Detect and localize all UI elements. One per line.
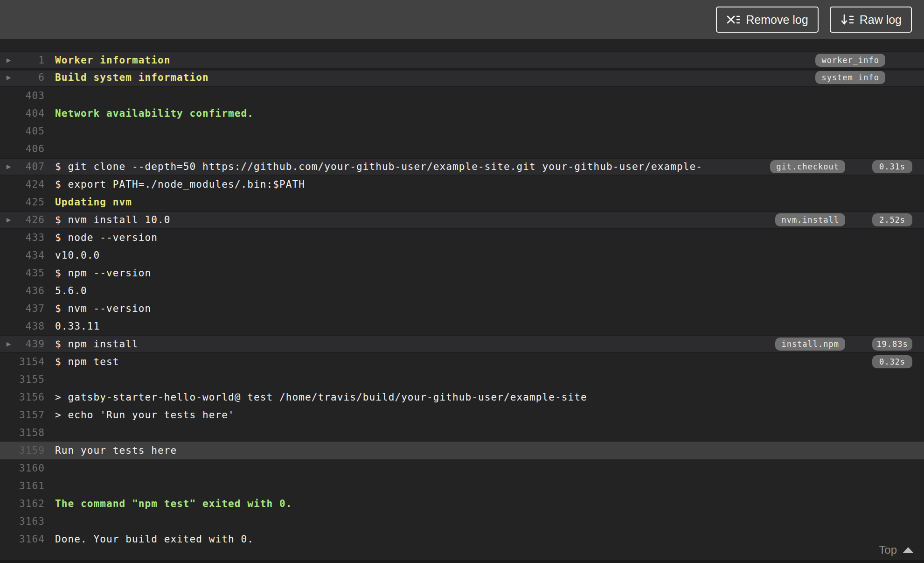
log-line: ▶ 406 xyxy=(0,140,924,158)
fold-arrow-icon[interactable]: ▶ xyxy=(0,51,18,69)
line-text: Run your tests here xyxy=(55,445,177,456)
log-line: ▶ 435 $ npm --version xyxy=(0,264,924,282)
fold-arrow-icon[interactable]: ▶ xyxy=(0,69,18,86)
line-number[interactable]: 3163 xyxy=(18,516,45,527)
line-number[interactable]: 3161 xyxy=(18,480,45,492)
line-number[interactable]: 426 xyxy=(18,214,45,225)
line-text: $ nvm --version xyxy=(55,303,151,314)
line-text: > gatsby-starter-hello-world@ test /home… xyxy=(55,392,587,403)
fold-arrow-icon[interactable]: ▶ xyxy=(0,158,18,176)
fold-arrow-icon[interactable]: ▶ xyxy=(0,211,18,229)
log-line: ▶ 3163 xyxy=(0,513,924,530)
log-line: ▶ 434 v10.0.0 xyxy=(0,246,924,264)
line-number[interactable]: 407 xyxy=(18,161,45,172)
build-log: ▶ 1 Worker information worker_info ▶ 6 B… xyxy=(0,39,924,563)
line-text: $ npm --version xyxy=(55,267,151,279)
line-badges: system_info xyxy=(815,71,912,84)
log-line: ▶ 3164 Done. Your build exited with 0. xyxy=(0,530,924,548)
line-text: > echo 'Run your tests here' xyxy=(55,409,235,421)
duration-badge: 0.32s xyxy=(872,355,912,368)
line-number[interactable]: 3154 xyxy=(18,356,45,367)
line-text: $ npm test xyxy=(55,356,119,367)
log-line: ▶ 6 Build system information system_info xyxy=(0,69,924,87)
line-number[interactable]: 404 xyxy=(18,108,45,119)
log-line: ▶ 405 xyxy=(0,122,924,140)
raw-log-icon xyxy=(840,13,854,26)
line-number[interactable]: 437 xyxy=(18,303,45,314)
fold-name-badge: git.checkout xyxy=(770,160,845,173)
line-text: 5.6.0 xyxy=(55,285,87,296)
line-text: v10.0.0 xyxy=(55,250,100,261)
line-number[interactable]: 3160 xyxy=(18,463,45,474)
log-line: ▶ 3159 Run your tests here xyxy=(0,442,924,459)
line-number[interactable]: 435 xyxy=(18,267,45,279)
line-number[interactable]: 403 xyxy=(18,90,45,101)
log-line: ▶ 3161 xyxy=(0,477,924,495)
line-number[interactable]: 6 xyxy=(18,72,45,83)
line-text: $ export PATH=./node_modules/.bin:$PATH xyxy=(55,179,305,190)
log-line: ▶ 426 $ nvm install 10.0 nvm.install 2.5… xyxy=(0,211,924,229)
duration-badge: 2.52s xyxy=(872,213,912,226)
fold-name-badge: install.npm xyxy=(775,338,845,351)
line-number[interactable]: 438 xyxy=(18,321,45,332)
duration-badge: 19.83s xyxy=(872,338,912,351)
log-line: ▶ 424 $ export PATH=./node_modules/.bin:… xyxy=(0,176,924,193)
fold-arrow-icon[interactable]: ▶ xyxy=(0,335,18,353)
line-number[interactable]: 433 xyxy=(18,232,45,243)
remove-log-icon xyxy=(726,13,740,26)
line-number[interactable]: 434 xyxy=(18,250,45,261)
log-line: ▶ 3157 > echo 'Run your tests here' xyxy=(0,406,924,424)
log-line: ▶ 437 $ nvm --version xyxy=(0,300,924,317)
line-number[interactable]: 436 xyxy=(18,285,45,296)
log-line: ▶ 436 5.6.0 xyxy=(0,282,924,300)
line-text: $ git clone --depth=50 https://github.co… xyxy=(55,161,702,172)
arrow-up-icon xyxy=(903,547,914,553)
line-number[interactable]: 3164 xyxy=(18,534,45,545)
line-text: Worker information xyxy=(55,55,170,66)
line-number[interactable]: 3156 xyxy=(18,392,45,403)
log-lines: ▶ 1 Worker information worker_info ▶ 6 B… xyxy=(0,51,924,548)
fold-name-badge: system_info xyxy=(815,71,885,84)
line-text: 0.33.11 xyxy=(55,321,100,332)
line-number[interactable]: 3162 xyxy=(18,498,45,509)
line-badges: install.npm 19.83s xyxy=(775,338,912,351)
log-line: ▶ 404 Network availability confirmed. xyxy=(0,105,924,122)
line-number[interactable]: 3157 xyxy=(18,409,45,421)
line-number[interactable]: 425 xyxy=(18,197,45,208)
line-number[interactable]: 406 xyxy=(18,143,45,155)
log-line: ▶ 425 Updating nvm xyxy=(0,193,924,211)
log-line: ▶ 3156 > gatsby-starter-hello-world@ tes… xyxy=(0,388,924,406)
log-line: ▶ 407 $ git clone --depth=50 https://git… xyxy=(0,158,924,176)
line-number[interactable]: 405 xyxy=(18,126,45,137)
raw-log-button[interactable]: Raw log xyxy=(830,7,912,33)
fold-name-badge: worker_info xyxy=(815,54,885,67)
scroll-to-top-link[interactable]: Top xyxy=(879,543,914,556)
line-number[interactable]: 1 xyxy=(18,55,45,66)
line-badges: nvm.install 2.52s xyxy=(775,213,912,226)
log-line: ▶ 3158 xyxy=(0,424,924,442)
line-number[interactable]: 3159 xyxy=(18,445,45,456)
remove-log-button[interactable]: Remove log xyxy=(716,7,818,33)
log-line: ▶ 439 $ npm install install.npm 19.83s xyxy=(0,335,924,353)
line-badges: worker_info xyxy=(815,54,912,67)
bottom-bar xyxy=(0,560,924,563)
line-number[interactable]: 424 xyxy=(18,179,45,190)
line-text: Build system information xyxy=(55,72,209,83)
log-line: ▶ 3162 The command "npm test" exited wit… xyxy=(0,495,924,513)
log-line: ▶ 3160 xyxy=(0,459,924,477)
line-number[interactable]: 3155 xyxy=(18,374,45,385)
line-text: The command "npm test" exited with 0. xyxy=(55,498,292,509)
line-badges: 0.32s xyxy=(872,355,912,368)
line-badges: git.checkout 0.31s xyxy=(770,160,912,173)
line-number[interactable]: 439 xyxy=(18,338,45,350)
log-line: ▶ 433 $ node --version xyxy=(0,229,924,246)
fold-name-badge: nvm.install xyxy=(775,213,845,226)
line-number[interactable]: 3158 xyxy=(18,427,45,438)
top-label: Top xyxy=(879,543,897,556)
log-line: ▶ 3155 xyxy=(0,371,924,388)
line-text: Network availability confirmed. xyxy=(55,108,254,119)
duration-badge: 0.31s xyxy=(872,160,912,173)
line-text: $ nvm install 10.0 xyxy=(55,214,170,225)
log-line: ▶ 438 0.33.11 xyxy=(0,317,924,335)
line-text: Done. Your build exited with 0. xyxy=(55,534,254,545)
